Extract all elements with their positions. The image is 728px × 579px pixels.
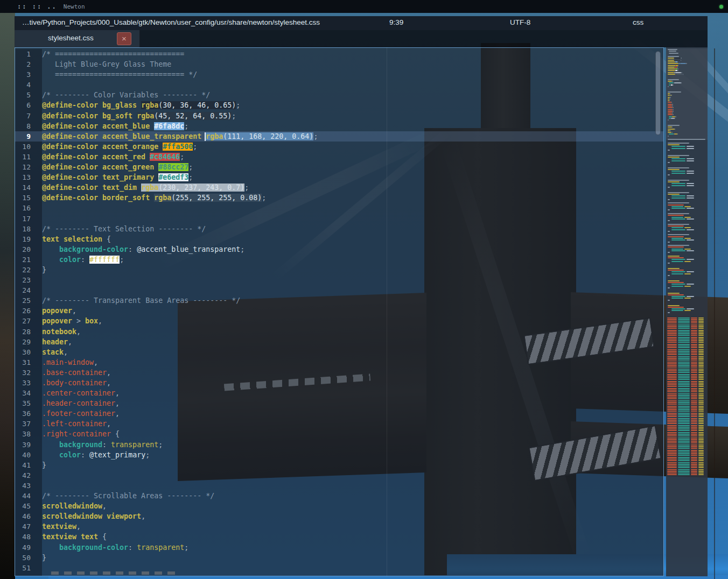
line-number: 36	[15, 408, 42, 419]
line-number: 43	[15, 481, 42, 491]
code-line[interactable]: color: #ffffff;	[42, 255, 663, 265]
code-line[interactable]	[42, 275, 663, 285]
line-number: 20	[15, 244, 42, 255]
line-number: 45	[15, 501, 42, 511]
code-line[interactable]	[42, 285, 663, 295]
line-number: 30	[15, 347, 42, 357]
code-line[interactable]	[42, 214, 663, 224]
code-line[interactable]	[42, 481, 663, 491]
code-line[interactable]: }	[42, 553, 663, 563]
line-number: 22	[15, 265, 42, 275]
code-line[interactable]: scrolledwindow viewport,	[42, 511, 663, 521]
code-line[interactable]: header,	[42, 337, 663, 347]
editor-vertical-scrollbar[interactable]	[655, 51, 661, 135]
line-number: 47	[15, 521, 42, 532]
line-number: 24	[15, 285, 42, 295]
line-number: 44	[15, 491, 42, 501]
code-line[interactable]: stack,	[42, 347, 663, 357]
code-line[interactable]: text selection {	[42, 234, 663, 244]
code-line[interactable]: Light Blue-Grey Glass Theme	[42, 59, 663, 69]
code-line[interactable]: }	[42, 460, 663, 470]
code-line[interactable]: .right-container {	[42, 429, 663, 439]
minimap[interactable]	[666, 47, 708, 576]
code-line[interactable]: @define-color accent_blue #6fa8dc;	[42, 121, 663, 131]
code-line[interactable]	[42, 80, 663, 90]
code-line[interactable]: @define-color bg_soft rgba(45, 52, 64, 0…	[42, 111, 663, 121]
code-line[interactable]: @define-color accent_blue_transparent rg…	[42, 131, 663, 142]
line-number: 7	[15, 111, 42, 121]
code-line[interactable]: background: transparent;	[42, 440, 663, 450]
code-line[interactable]: @define-color bg_glass rgba(30, 36, 46, …	[42, 100, 663, 110]
code-line[interactable]: color: @text_primary;	[42, 450, 663, 460]
code-line[interactable]: .center-container,	[42, 388, 663, 398]
file-path: …tive/Python_Projects/000_Usable/gtk/New…	[22, 18, 320, 26]
code-line[interactable]: background-color: transparent;	[42, 542, 663, 553]
line-number: 11	[15, 152, 42, 162]
code-line[interactable]: popover,	[42, 306, 663, 316]
line-number: 27	[15, 316, 42, 326]
line-number: 3	[15, 69, 42, 80]
line-number: 50	[15, 553, 42, 563]
code-line[interactable]: ============================== */	[42, 69, 663, 80]
close-icon: ×	[122, 34, 127, 43]
code-line[interactable]: .header-container,	[42, 398, 663, 408]
line-number: 32	[15, 368, 42, 378]
line-number: 2	[15, 59, 42, 69]
line-number: 38	[15, 429, 42, 439]
code-line[interactable]: /* -------- Scrollable Areas -------- */	[42, 491, 663, 501]
line-number: 48	[15, 532, 42, 542]
code-line[interactable]: .body-container,	[42, 378, 663, 388]
line-number: 16	[15, 203, 42, 213]
line-number: 14	[15, 182, 42, 193]
line-number: 18	[15, 224, 42, 234]
code-line[interactable]: /* -------- Color Variables -------- */	[42, 90, 663, 100]
line-number: 10	[15, 142, 42, 152]
code-line[interactable]: .main-window,	[42, 357, 663, 368]
line-number: 40	[15, 450, 42, 460]
code-line[interactable]: .base-container,	[42, 368, 663, 378]
code-line[interactable]: notebook,	[42, 327, 663, 337]
tab-stylesheet[interactable]: stylesheet.css ×	[15, 30, 140, 47]
code-line[interactable]: }	[42, 265, 663, 275]
line-number: 19	[15, 234, 42, 244]
text-editor[interactable]: 1234567891011121314151617181920212223242…	[15, 47, 664, 576]
code-line[interactable]: textview text {	[42, 532, 663, 542]
code-line[interactable]: textview,	[42, 521, 663, 532]
code-line[interactable]: scrolledwindow,	[42, 501, 663, 511]
tab-close-button[interactable]: ×	[117, 32, 131, 45]
code-line[interactable]: /* ==============================	[42, 49, 663, 59]
line-number: 4	[15, 80, 42, 90]
code-line[interactable]: - - - - - - - - - - - - - - - - - - - - …	[42, 573, 663, 576]
code-line[interactable]: @define-color accent_red #c84646;	[42, 152, 663, 162]
code-line[interactable]	[42, 470, 663, 481]
code-line[interactable]: .left-container,	[42, 419, 663, 429]
gutter: 1234567891011121314151617181920212223242…	[15, 49, 42, 576]
line-number: 35	[15, 398, 42, 408]
line-number: 8	[15, 121, 42, 131]
code-line[interactable]: popover > box,	[42, 316, 663, 326]
code-line[interactable]: /* -------- Text Selection -------- */	[42, 224, 663, 234]
code-line[interactable]: @define-color accent_green #88cc27;	[42, 162, 663, 172]
code-line[interactable]: @define-color text_dim rgba(230, 237, 24…	[42, 182, 663, 193]
code-line[interactable]: background-color: @accent_blue_transpare…	[42, 244, 663, 255]
line-number: 9	[15, 131, 42, 142]
encoding-indicator[interactable]: UTF-8	[510, 18, 530, 26]
language-indicator[interactable]: css	[633, 18, 643, 26]
line-number: 6	[15, 100, 42, 110]
titlebar[interactable]: :: :: .. Newton	[0, 0, 728, 13]
editor-window: …tive/Python_Projects/000_Usable/gtk/New…	[15, 16, 708, 576]
line-number: 39	[15, 440, 42, 450]
code-line[interactable]	[42, 203, 663, 213]
wallpaper-left-strip	[0, 13, 15, 579]
code-line[interactable]	[42, 563, 663, 573]
cursor-position: 9:39	[389, 18, 403, 26]
line-number: 12	[15, 162, 42, 172]
code-line[interactable]: .footer-container,	[42, 408, 663, 419]
code-line[interactable]: @define-color accent_orange #ffa500;	[42, 142, 663, 152]
line-number: 51	[15, 563, 42, 573]
line-number: 26	[15, 306, 42, 316]
code-line[interactable]: @define-color text_primary #e6edf3;	[42, 172, 663, 182]
code-line[interactable]: /* -------- Transparent Base Areas -----…	[42, 295, 663, 306]
code-area[interactable]: /* ============================== Light …	[42, 49, 663, 576]
code-line[interactable]: @define-color border_soft rgba(255, 255,…	[42, 193, 663, 203]
